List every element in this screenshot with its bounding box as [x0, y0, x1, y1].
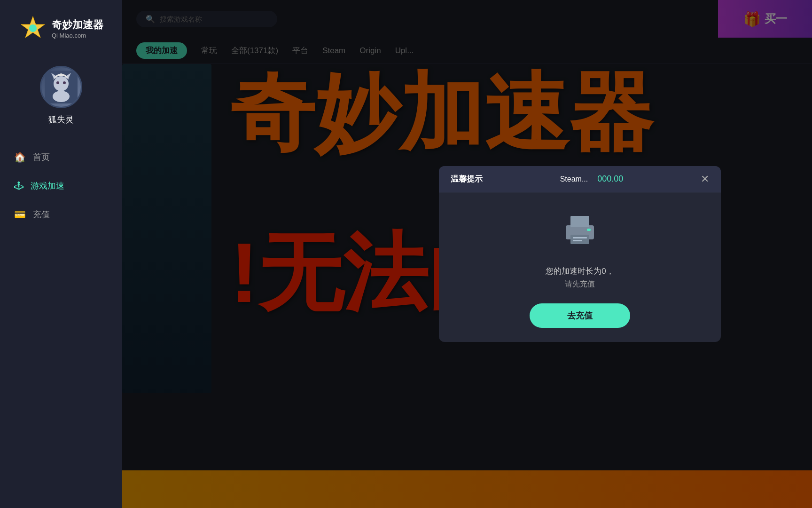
sidebar-item-game-speed[interactable]: 🕹 游戏加速: [5, 173, 117, 199]
dialog-message-sub: 请先充值: [565, 279, 595, 289]
game-icon: 🕹: [14, 181, 23, 191]
logo-icon: [19, 14, 47, 42]
app-subtitle: Qi Miao.com: [52, 32, 103, 39]
dialog-message-main: 您的加速时长为0，: [546, 266, 614, 277]
nav-menu: 🏠 首页 🕹 游戏加速 💳 充值: [0, 144, 122, 230]
dialog-game-name: Steam...: [560, 175, 588, 183]
svg-point-3: [54, 76, 69, 91]
svg-rect-10: [570, 216, 589, 227]
sidebar-item-home[interactable]: 🏠 首页: [5, 144, 117, 170]
printer-icon: [561, 211, 599, 256]
sidebar: 奇妙加速器 Qi Miao.com 狐失灵 🏠: [0, 0, 122, 508]
svg-rect-11: [570, 235, 589, 244]
svg-point-8: [63, 81, 66, 84]
dialog-title: 温馨提示: [451, 174, 483, 184]
home-icon: 🏠: [14, 151, 26, 163]
main-content: 🔍 🎁 买一 我的加速 常玩 全部(1371款) 平台 Steam Origin: [122, 0, 812, 508]
avatar-image: [45, 71, 78, 103]
svg-point-7: [56, 81, 59, 84]
svg-rect-13: [573, 237, 587, 238]
logo-area: 奇妙加速器 Qi Miao.com: [9, 9, 113, 47]
recharge-button[interactable]: 去充值: [530, 303, 630, 328]
svg-point-4: [53, 91, 70, 102]
dialog: 温馨提示 Steam... 000.00 ✕ 您的加速时长为0， 请先充: [439, 166, 721, 342]
dialog-time: 000.00: [597, 174, 623, 184]
username: 狐失灵: [48, 114, 74, 125]
recharge-icon: 💳: [14, 209, 26, 220]
dialog-close-button[interactable]: ✕: [701, 174, 709, 184]
dialog-header: 温馨提示 Steam... 000.00 ✕: [439, 166, 721, 192]
svg-point-1: [29, 24, 37, 32]
sidebar-item-recharge-label: 充值: [33, 209, 50, 220]
svg-rect-14: [573, 240, 582, 241]
sidebar-item-game-speed-label: 游戏加速: [31, 180, 64, 191]
logo-text: 奇妙加速器 Qi Miao.com: [52, 18, 103, 39]
avatar-area: 狐失灵: [40, 66, 82, 125]
avatar[interactable]: [40, 66, 82, 108]
app-title: 奇妙加速器: [52, 18, 103, 32]
sidebar-item-home-label: 首页: [33, 151, 50, 163]
svg-rect-12: [587, 229, 591, 231]
sidebar-item-recharge[interactable]: 💳 充值: [5, 201, 117, 228]
dialog-body: 您的加速时长为0， 请先充值 去充值: [439, 192, 721, 342]
